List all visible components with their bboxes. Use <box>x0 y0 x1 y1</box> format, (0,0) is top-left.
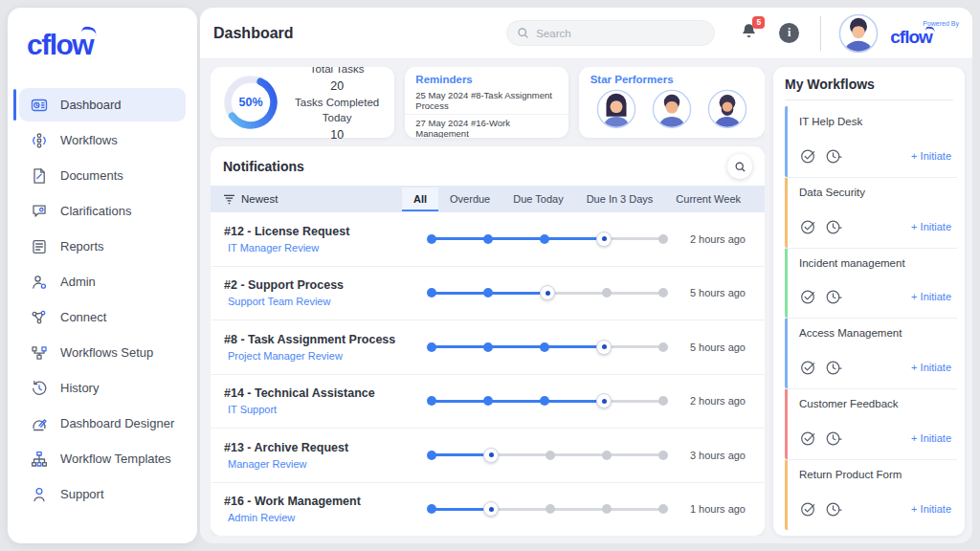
clock-icon[interactable] <box>824 146 843 165</box>
stepper-segment <box>435 237 484 240</box>
notifications-bell-button[interactable]: 5 <box>740 22 758 45</box>
stepper-dot <box>540 342 549 352</box>
stepper-segment <box>548 400 597 403</box>
stepper-dot <box>658 288 668 298</box>
sidebar-item-label: Admin <box>60 275 96 289</box>
notifications-search-button[interactable] <box>727 154 752 179</box>
check-circle-icon[interactable] <box>799 358 818 377</box>
page: cflow Dashboard Workflows Documents Clar… <box>0 0 980 551</box>
tab-overdue[interactable]: Overdue <box>438 187 501 211</box>
stepper-segment <box>611 345 659 348</box>
workflow-item-it-help-desk: IT Help Desk + Initiate <box>785 106 953 177</box>
tab-all[interactable]: All <box>402 187 438 211</box>
check-circle-icon[interactable] <box>799 499 818 518</box>
initiate-link[interactable]: + Initiate <box>911 432 953 444</box>
workflow-name: Customer Feedback <box>799 398 953 409</box>
check-circle-icon[interactable] <box>799 217 818 236</box>
stepper-segment <box>548 345 597 348</box>
progress-stepper <box>427 231 668 247</box>
admin-icon <box>31 274 48 291</box>
sidebar-item-workflow-templates[interactable]: Workflow Templates <box>19 442 186 475</box>
initiate-link[interactable]: + Initiate <box>911 362 953 373</box>
summary-cards-row: 50% Total Tasks 20 Tasks Completed Today… <box>211 67 765 138</box>
tab-due-today[interactable]: Due Today <box>501 187 574 211</box>
stepper-segment <box>611 400 659 403</box>
stepper-segment <box>435 400 484 403</box>
notification-row[interactable]: #8 - Task Assignment Process Project Man… <box>211 320 765 374</box>
left-sidebar: cflow Dashboard Workflows Documents Clar… <box>8 8 197 543</box>
workflows-icon <box>31 132 48 149</box>
sidebar-item-history[interactable]: History <box>19 371 186 405</box>
sidebar-item-label: Workflows <box>60 133 118 147</box>
sidebar-item-workflows-setup[interactable]: Workflows Setup <box>19 336 186 369</box>
notification-row[interactable]: #14 - Technical Assistance IT Support 2 … <box>211 374 765 429</box>
tab-current-week[interactable]: Current Week <box>664 187 752 211</box>
sidebar-item-admin[interactable]: Admin <box>19 265 186 298</box>
clock-icon[interactable] <box>824 287 843 306</box>
clock-icon[interactable] <box>824 499 843 518</box>
stepper-segment <box>435 345 484 348</box>
notification-row[interactable]: #16 - Work Management Admin Review 1 hou… <box>211 482 765 537</box>
stepper-dot <box>546 451 555 460</box>
stepper-segment <box>435 508 484 511</box>
stepper-dot <box>427 234 436 244</box>
initiate-link[interactable]: + Initiate <box>911 221 953 232</box>
info-button[interactable]: i <box>779 23 799 43</box>
stepper-dot <box>658 234 668 244</box>
workflow-item-customer-feedback: Customer Feedback + Initiate <box>785 388 953 459</box>
tasks-completed-label: Tasks Completed Today <box>289 95 385 126</box>
sidebar-item-clarifications[interactable]: Clarifications <box>19 194 186 228</box>
stepper-segment <box>548 237 597 240</box>
sidebar-item-dashboard-designer[interactable]: Dashboard Designer <box>19 407 186 440</box>
initiate-link[interactable]: + Initiate <box>911 291 953 302</box>
stepper-dot <box>658 451 668 460</box>
notifications-title: Notifications <box>223 159 304 174</box>
dashboard-designer-icon <box>31 415 48 432</box>
initiate-link[interactable]: + Initiate <box>911 503 953 515</box>
sort-newest-button[interactable]: Newest <box>223 193 278 205</box>
check-circle-icon[interactable] <box>799 146 818 165</box>
clock-icon[interactable] <box>824 217 843 236</box>
global-search[interactable] <box>506 20 715 46</box>
main-area: Dashboard 5 i <box>200 8 972 543</box>
initiate-link[interactable]: + Initiate <box>911 150 953 162</box>
notification-row[interactable]: #12 - License Request IT Manager Review … <box>211 212 765 266</box>
stepper-segment <box>611 508 659 511</box>
logo-accent <box>81 26 98 36</box>
sidebar-item-reports[interactable]: Reports <box>19 230 186 263</box>
notification-row[interactable]: #13 - Archive Request Manager Review 3 h… <box>211 428 765 482</box>
user-avatar[interactable] <box>838 13 879 54</box>
tab-due-in-3-days[interactable]: Due In 3 Days <box>575 187 665 211</box>
sidebar-item-workflows[interactable]: Workflows <box>19 123 186 157</box>
notification-title: #13 - Archive Request <box>224 441 427 454</box>
stepper-segment <box>435 292 484 295</box>
clock-icon[interactable] <box>824 429 843 448</box>
check-circle-icon[interactable] <box>799 287 818 306</box>
check-circle-icon[interactable] <box>799 429 818 448</box>
workflow-item-access-management: Access Management + Initiate <box>785 318 953 388</box>
history-icon <box>31 380 48 397</box>
sidebar-item-dashboard[interactable]: Dashboard <box>19 88 186 121</box>
reminder-item[interactable]: 27 May 2024 #16-Work Management <box>405 115 568 138</box>
stepper-segment <box>554 292 603 295</box>
stepper-segment <box>498 453 546 456</box>
sidebar-item-connect[interactable]: Connect <box>19 300 186 334</box>
sort-label: Newest <box>241 193 278 205</box>
clock-icon[interactable] <box>824 358 843 377</box>
stepper-dot <box>602 451 612 460</box>
stepper-current-dot <box>483 501 499 517</box>
stepper-dot <box>546 504 555 514</box>
sidebar-item-label: Reports <box>60 239 104 253</box>
notification-row[interactable]: #2 - Support Process Support Team Review… <box>211 266 765 320</box>
reports-icon <box>31 238 48 255</box>
notification-title: #14 - Technical Assistance <box>224 386 427 400</box>
sidebar-item-documents[interactable]: Documents <box>19 159 186 192</box>
tasks-completed-value: 10 <box>289 126 385 143</box>
stepper-segment <box>498 508 546 511</box>
sidebar-item-support[interactable]: Support <box>19 477 186 511</box>
progress-stepper <box>427 501 668 517</box>
reminder-item[interactable]: 25 May 2024 #8-Task Assignment Process <box>405 87 568 115</box>
search-icon <box>734 161 746 173</box>
notification-tabs: All Overdue Due Today Due In 3 Days Curr… <box>402 187 752 211</box>
search-input[interactable] <box>536 28 679 39</box>
